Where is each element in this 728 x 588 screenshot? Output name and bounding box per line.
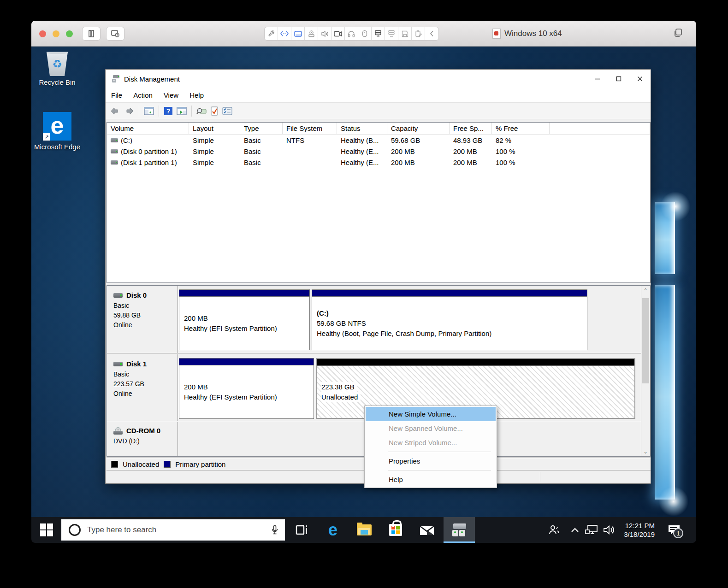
- server-alt-icon[interactable]: [385, 27, 398, 40]
- taskbar-search[interactable]: [61, 519, 285, 541]
- pause-vm-button[interactable]: [82, 27, 101, 41]
- cdrom-label-panel[interactable]: CD-ROM 0 DVD (D:): [107, 422, 178, 456]
- notification-badge: 1: [673, 528, 683, 538]
- clipboard-icon[interactable]: [412, 27, 425, 40]
- column-header-capacity[interactable]: Capacity: [387, 123, 450, 134]
- screenshot-button[interactable]: [106, 27, 124, 41]
- console-window-icon[interactable]: [144, 107, 154, 115]
- people-icon[interactable]: [545, 517, 563, 543]
- network-icon[interactable]: [583, 517, 600, 543]
- disk0-efi-partition[interactable]: 200 MB Healthy (EFI System Partition): [179, 289, 310, 350]
- scroll-down-icon[interactable]: ⌄: [641, 447, 650, 456]
- table-row[interactable]: (C:) Simple Basic NTFS Healthy (B... 59.…: [107, 135, 650, 146]
- column-header-layout[interactable]: Layout: [189, 123, 240, 134]
- menu-item-help[interactable]: Help: [366, 472, 496, 487]
- minimize-traffic-light[interactable]: [53, 30, 59, 37]
- camera-lock-icon[interactable]: [305, 27, 318, 40]
- disk-name: CD-ROM 0: [126, 427, 160, 435]
- vm-titlebar: Windows 10 x64: [31, 21, 696, 47]
- disk-size: 59.88 GB: [113, 311, 178, 320]
- headphones-icon[interactable]: [345, 27, 358, 40]
- dm-titlebar[interactable]: Disk Management: [106, 70, 651, 88]
- tray-chevron-up-icon[interactable]: [567, 517, 583, 543]
- clock-time: 12:21 PM: [625, 521, 655, 530]
- scroll-up-icon[interactable]: ⌃: [641, 286, 650, 294]
- disk0-c-partition[interactable]: (C:) 59.68 GB NTFS Healthy (Boot, Page F…: [312, 289, 587, 350]
- scrollbar-thumb[interactable]: [642, 298, 649, 383]
- speaker-icon[interactable]: [318, 27, 331, 40]
- cell-volume: (Disk 1 partition 1): [121, 159, 177, 166]
- column-header-free-space[interactable]: Free Sp...: [450, 123, 492, 134]
- taskbar-mail-button[interactable]: [416, 517, 438, 543]
- magnifier-icon[interactable]: [196, 107, 207, 115]
- cell-capacity: 200 MB: [387, 159, 450, 166]
- partition-health: Healthy (Boot, Page File, Crash Dump, Pr…: [317, 329, 587, 339]
- server-icon[interactable]: [372, 27, 385, 40]
- column-header-file-system[interactable]: File System: [283, 123, 337, 134]
- table-row[interactable]: (Disk 1 partition 1) Simple Basic Health…: [107, 157, 650, 168]
- cell-layout: Simple: [189, 159, 240, 166]
- table-row[interactable]: (Disk 0 partition 1) Simple Basic Health…: [107, 146, 650, 157]
- partition-health: Unallocated: [321, 392, 361, 402]
- close-button[interactable]: [629, 70, 651, 88]
- column-header-volume[interactable]: Volume: [107, 123, 189, 134]
- partition-health: Healthy (EFI System Partition): [184, 323, 309, 334]
- zoom-traffic-light[interactable]: [66, 30, 73, 37]
- taskbar-disk-management-button[interactable]: [444, 517, 475, 543]
- dm-toolbar: ?: [106, 103, 651, 119]
- minimize-button[interactable]: [587, 70, 608, 88]
- close-traffic-light[interactable]: [39, 30, 46, 37]
- disk-0-label-panel[interactable]: Disk 0 Basic 59.88 GB Online: [107, 286, 178, 353]
- taskbar-file-explorer-button[interactable]: [353, 517, 375, 543]
- desktop-icon-microsoft-edge[interactable]: e ↗ Microsoft Edge: [32, 112, 83, 152]
- maximize-button[interactable]: [608, 70, 629, 88]
- disk1-efi-partition[interactable]: 200 MB Healthy (EFI System Partition): [179, 358, 314, 419]
- taskbar-edge-button[interactable]: e: [322, 517, 344, 543]
- check-document-icon[interactable]: [210, 106, 219, 116]
- recycle-bin-icon: ♻: [46, 49, 69, 76]
- start-button[interactable]: [31, 517, 62, 543]
- task-view-button[interactable]: [290, 517, 313, 543]
- vertical-scrollbar[interactable]: ⌃ ⌄: [641, 286, 650, 456]
- menu-item-new-simple-volume[interactable]: New Simple Volume...: [366, 407, 496, 421]
- menu-view[interactable]: View: [158, 88, 184, 102]
- toolbar-separator: [191, 106, 192, 117]
- chevron-left-icon[interactable]: [425, 27, 438, 40]
- taskbar-clock[interactable]: 12:21 PM 3/18/2019: [624, 517, 655, 543]
- help-icon[interactable]: ?: [164, 106, 173, 116]
- disk-management-app-icon: [112, 75, 121, 83]
- action-center-button[interactable]: 1: [664, 517, 684, 543]
- hard-disk-icon[interactable]: [291, 27, 305, 40]
- window-play-icon[interactable]: [177, 107, 187, 115]
- legend-primary-label: Primary partition: [175, 460, 225, 468]
- edge-icon: e: [328, 522, 337, 538]
- cell-free-space: 200 MB: [450, 159, 492, 166]
- wallpaper-windows-logo-pane-top: [655, 202, 675, 274]
- copy-windows-button[interactable]: [673, 28, 683, 38]
- menu-item-properties[interactable]: Properties: [366, 454, 496, 468]
- code-icon[interactable]: [278, 27, 291, 40]
- menu-action[interactable]: Action: [128, 88, 158, 102]
- search-input[interactable]: [87, 525, 271, 535]
- menu-help[interactable]: Help: [184, 88, 209, 102]
- column-header-status[interactable]: Status: [337, 123, 387, 134]
- microphone-icon[interactable]: [271, 525, 278, 535]
- cell-type: Basic: [240, 147, 283, 155]
- back-icon[interactable]: [110, 107, 120, 115]
- partition-color-bar: [179, 290, 309, 297]
- volume-icon: [111, 160, 118, 165]
- desktop-icon-recycle-bin[interactable]: ♻ Recycle Bin: [32, 49, 83, 87]
- taskbar-store-button[interactable]: [385, 517, 407, 543]
- wallpaper-windows-logo-pane-bottom: [655, 285, 675, 500]
- disk-1-label-panel[interactable]: Disk 1 Basic 223.57 GB Online: [107, 354, 178, 421]
- forward-icon[interactable]: [124, 107, 134, 115]
- video-camera-icon[interactable]: [331, 27, 345, 40]
- mouse-icon[interactable]: [358, 27, 372, 40]
- column-header-pct-free[interactable]: % Free: [492, 123, 550, 134]
- column-header-type[interactable]: Type: [240, 123, 283, 134]
- volume-icon[interactable]: [600, 517, 618, 543]
- checklist-icon[interactable]: [222, 107, 232, 115]
- wrench-icon[interactable]: [265, 27, 278, 40]
- menu-file[interactable]: File: [106, 88, 128, 102]
- floppy-icon[interactable]: [398, 27, 412, 40]
